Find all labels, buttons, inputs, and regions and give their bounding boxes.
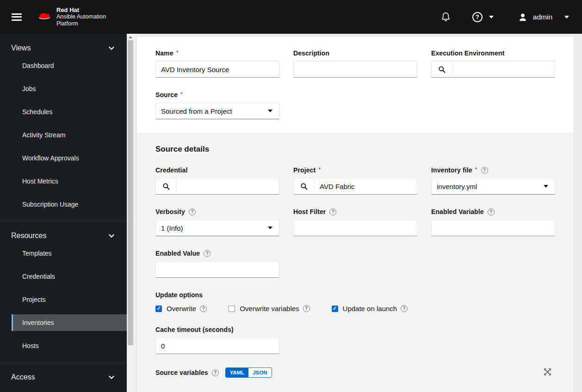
update-on-launch-checkbox[interactable] <box>332 306 338 312</box>
credential-input[interactable] <box>177 178 279 195</box>
nav-group-header-access[interactable]: Access <box>0 369 127 386</box>
brand-logo: Red Hat Ansible Automation Platform <box>36 6 106 27</box>
sidebar-item-subscription-usage[interactable]: Subscription Usage <box>12 196 127 213</box>
hamburger-icon[interactable] <box>12 13 22 21</box>
required-asterisk: * <box>176 49 179 56</box>
execution-environment-input[interactable] <box>452 61 555 78</box>
credential-field: Credential <box>155 166 279 195</box>
inventory-source-form-card: Name * Description Execution Environment <box>137 37 574 392</box>
source-field: Source * Sourced from a Project <box>155 91 279 119</box>
inventory-file-select[interactable]: inventory.yml <box>431 178 555 195</box>
update-on-launch-label: Update on launch <box>343 305 397 312</box>
enabled-variable-input[interactable] <box>431 220 555 236</box>
name-label: Name <box>155 49 173 57</box>
sidebar-item-activity-stream[interactable]: Activity Stream <box>12 127 127 143</box>
description-input[interactable] <box>293 61 417 78</box>
nav-group-access: Access Organizations Users Teams <box>0 362 127 392</box>
editor-mode-toggle: YAML JSON <box>225 368 272 378</box>
sidebar-nav: Views Dashboard Jobs Schedules Activity … <box>0 34 127 392</box>
help-icon[interactable]: ? <box>303 305 310 312</box>
cache-timeout-label: Cache timeout (seconds) <box>155 326 234 333</box>
user-menu[interactable]: admin <box>518 12 569 22</box>
source-select[interactable]: Sourced from a Project <box>155 103 279 119</box>
nav-group-header-views[interactable]: Views <box>0 40 127 57</box>
sidebar-item-inventories[interactable]: Inventories <box>12 314 127 331</box>
sidebar-scrollbar[interactable] <box>127 34 134 392</box>
sidebar-item-workflow-approvals[interactable]: Workflow Approvals <box>12 150 127 166</box>
overwrite-variables-checkbox[interactable] <box>229 306 235 312</box>
help-icon[interactable]: ? <box>329 208 336 215</box>
name-input[interactable] <box>155 61 279 78</box>
cache-timeout-input[interactable] <box>155 337 279 354</box>
help-button[interactable]: ? <box>472 12 483 22</box>
name-field: Name * <box>155 49 279 78</box>
top-navbar: Red Hat Ansible Automation Platform ? ad… <box>0 0 582 34</box>
nav-group-resources: Resources Templates Credentials Projects… <box>0 221 127 362</box>
required-asterisk: * <box>475 166 477 173</box>
sidebar-item-schedules[interactable]: Schedules <box>12 104 127 120</box>
help-icon[interactable]: ? <box>212 369 219 376</box>
verbosity-label: Verbosity <box>155 208 185 215</box>
project-field: Project * <box>293 166 417 195</box>
search-icon <box>162 183 170 190</box>
scroll-up-arrow-icon[interactable] <box>129 36 132 38</box>
overwrite-option: Overwrite ? <box>155 305 207 312</box>
verbosity-select[interactable]: 1 (Info) <box>155 220 279 236</box>
overwrite-checkbox[interactable] <box>155 306 162 312</box>
help-icon[interactable]: ? <box>481 167 488 174</box>
nav-group-label: Access <box>11 373 35 381</box>
verbosity-field: Verbosity ? 1 (Info) <box>155 208 279 236</box>
inventory-file-label: Inventory file <box>431 166 472 174</box>
redhat-hat-icon <box>36 11 52 23</box>
update-options-label: Update options <box>155 291 555 299</box>
nav-group-label: Views <box>11 44 31 52</box>
sidebar-item-templates[interactable]: Templates <box>12 245 127 262</box>
sidebar-item-credentials[interactable]: Credentials <box>12 268 127 285</box>
project-search-button[interactable] <box>293 178 315 195</box>
help-icon[interactable]: ? <box>204 250 211 257</box>
nav-group-header-resources[interactable]: Resources <box>0 228 127 245</box>
project-input[interactable] <box>315 178 417 195</box>
expand-editor-button[interactable] <box>544 368 551 377</box>
yaml-toggle-button[interactable]: YAML <box>226 368 249 377</box>
help-icon[interactable]: ? <box>488 208 495 215</box>
sidebar-item-dashboard[interactable]: Dashboard <box>12 57 127 74</box>
caret-down-icon <box>544 185 548 188</box>
verbosity-select-value: 1 (Info) <box>161 224 183 232</box>
caret-down-icon <box>268 110 272 112</box>
overwrite-label: Overwrite <box>167 305 196 312</box>
sidebar-item-jobs[interactable]: Jobs <box>12 80 127 97</box>
credential-search-button[interactable] <box>155 178 177 195</box>
sidebar-item-organizations[interactable]: Organizations <box>12 386 127 392</box>
help-caret-down-icon[interactable] <box>489 16 494 18</box>
help-icon[interactable]: ? <box>200 305 207 312</box>
notifications-button[interactable] <box>440 12 451 22</box>
bell-icon <box>440 12 451 22</box>
expand-arrows-icon <box>544 368 551 376</box>
host-filter-input[interactable] <box>293 220 417 236</box>
project-label: Project <box>293 166 316 174</box>
scrollbar-thumb[interactable] <box>128 40 133 345</box>
enabled-value-input[interactable] <box>155 261 279 278</box>
user-name: admin <box>533 13 552 21</box>
brand-line1: Red Hat <box>56 6 106 13</box>
sidebar-item-host-metrics[interactable]: Host Metrics <box>12 173 127 190</box>
source-variables-label: Source variables <box>155 369 208 376</box>
search-icon <box>438 66 446 73</box>
sidebar-item-projects[interactable]: Projects <box>12 291 127 308</box>
overwrite-variables-option: Overwrite variables ? <box>229 305 310 312</box>
chevron-down-icon <box>108 375 115 380</box>
inventory-file-select-value: inventory.yml <box>437 183 477 190</box>
chevron-down-icon <box>108 46 115 50</box>
execution-environment-search-button[interactable] <box>431 61 452 78</box>
nav-group-views: Views Dashboard Jobs Schedules Activity … <box>0 34 127 221</box>
sidebar-item-hosts[interactable]: Hosts <box>12 337 127 354</box>
json-toggle-button[interactable]: JSON <box>248 368 271 377</box>
user-caret-down-icon[interactable] <box>564 16 569 18</box>
description-label: Description <box>293 49 329 57</box>
question-circle-icon: ? <box>472 12 483 22</box>
help-icon[interactable]: ? <box>401 305 408 312</box>
source-variables-row: Source variables ? YAML JSON <box>155 368 555 378</box>
help-icon[interactable]: ? <box>189 208 196 215</box>
source-label: Source <box>155 91 178 98</box>
